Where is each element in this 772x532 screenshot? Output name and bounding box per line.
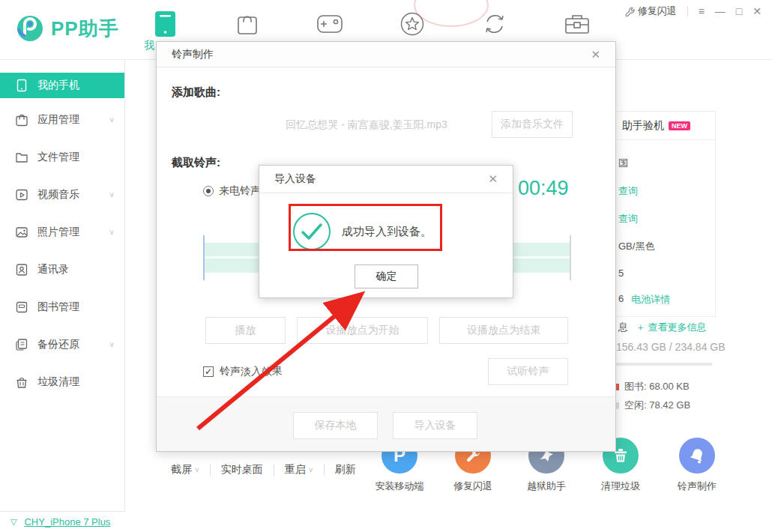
bag-icon <box>15 113 28 127</box>
call-ringtone-label: 来电铃声 <box>219 184 261 198</box>
new-badge: NEW <box>669 121 690 130</box>
fade-in-checkbox-row[interactable]: ✓ 铃声淡入效果 <box>203 365 283 378</box>
app-logo-text: PP助手 <box>51 16 119 42</box>
play-button[interactable]: 播放 <box>205 317 286 344</box>
sidebar-item-my-phone[interactable]: 我的手机 <box>0 73 124 98</box>
add-music-file-button[interactable]: 添加音乐文件 <box>492 111 573 138</box>
ringtone-duration: 00:49 <box>518 177 569 200</box>
tab-app-store[interactable] <box>234 10 261 37</box>
device-info-panel: 助手验机 NEW 国 查询 查询 GB/黑色 5 6 电池详情 息 ＋ 查看更多… <box>616 111 716 317</box>
sidebar-item-app-manage[interactable]: 应用管理 ˅ <box>0 104 124 136</box>
minimize-button[interactable]: — <box>715 5 726 17</box>
play-video-icon <box>15 188 28 202</box>
start-marker[interactable] <box>203 235 205 280</box>
song-name: 回忆总想哭 - 南宫嘉骏,姜玉阳.mp3 <box>247 118 486 132</box>
sidebar-item-file-manage[interactable]: 文件管理 <box>0 142 124 173</box>
live-desktop-label: 实时桌面 <box>221 463 263 477</box>
storage-legend-books: 图书: 68.00 KB <box>616 380 751 393</box>
reboot-label: 重启 <box>285 463 306 477</box>
sidebar-item-label: 照片管理 <box>37 226 79 239</box>
import-dialog-title: 导入设备 <box>274 172 316 186</box>
titlebar-separator <box>687 6 688 16</box>
chevron-down-icon[interactable]: ˅ <box>109 116 114 124</box>
menu-button[interactable]: ≡ <box>699 5 705 17</box>
phone-icon <box>15 79 28 92</box>
photo-icon <box>15 226 28 239</box>
tab-games[interactable] <box>316 10 343 37</box>
device-name-link[interactable]: CHY_iPhone 7 Plus <box>24 516 110 528</box>
sidebar-item-label: 图书管理 <box>37 300 79 314</box>
import-dialog-titlebar: 导入设备 ✕ <box>259 166 513 193</box>
verify-phone-title: 助手验机 <box>622 119 664 133</box>
tool-label: 清理垃圾 <box>585 480 657 493</box>
tool-label: 修复闪退 <box>437 480 509 493</box>
chevron-down-icon[interactable]: ˅ <box>109 191 114 199</box>
preview-ringtone-button[interactable]: 试听铃声 <box>488 358 568 385</box>
maximize-button[interactable]: □ <box>736 5 742 17</box>
query-link[interactable]: 查询 <box>618 184 638 198</box>
import-device-dialog: 导入设备 ✕ 成功导入到设备。 确定 <box>259 165 513 298</box>
fade-in-label: 铃声淡入效果 <box>220 365 283 378</box>
info-fragment: 6 <box>618 293 624 306</box>
battery-detail-link[interactable]: 电池详情 <box>631 293 670 306</box>
sidebar-item-label: 备份还原 <box>37 338 79 351</box>
ok-button[interactable]: 确定 <box>355 265 418 288</box>
more-info-link[interactable]: ＋ 查看更多信息 <box>636 321 707 334</box>
sidebar-item-video-music[interactable]: 视频音乐 ˅ <box>0 179 124 211</box>
chevron-down-icon[interactable]: ▽ <box>10 517 16 527</box>
toolbox-icon <box>564 13 590 34</box>
reboot-button[interactable]: 重启 ˅ <box>274 463 324 477</box>
close-icon[interactable]: ✕ <box>488 172 498 186</box>
close-icon[interactable]: ✕ <box>591 48 600 61</box>
screenshot-button[interactable]: 截屏 ˅ <box>171 463 210 477</box>
tool-ringtone-maker[interactable]: 铃声制作 <box>661 438 733 493</box>
screenshot-label: 截屏 <box>171 463 192 477</box>
sidebar-item-label: 视频音乐 <box>37 188 79 202</box>
info-fragment: 5 <box>618 267 624 279</box>
fix-crash-shortcut[interactable]: 修复闪退 <box>625 4 677 18</box>
sidebar-item-label: 文件管理 <box>37 151 79 164</box>
sidebar-item-label: 通讯录 <box>37 263 69 276</box>
tool-label: 越狱助手 <box>510 480 582 493</box>
folder-icon <box>15 151 28 164</box>
query-link[interactable]: 查询 <box>618 212 638 226</box>
chevron-down-icon[interactable]: ˅ <box>109 229 114 237</box>
set-start-button[interactable]: 设播放点为开始 <box>297 317 428 344</box>
bag-icon <box>237 13 258 35</box>
tab-my-device[interactable] <box>151 10 178 37</box>
tab-toolbox[interactable] <box>564 10 591 37</box>
backup-icon <box>15 338 28 351</box>
legend-label: 图书: 68.00 KB <box>624 380 690 393</box>
refresh-button[interactable]: 刷新 <box>325 463 367 477</box>
close-window-button[interactable]: ✕ <box>753 5 762 17</box>
app-logo: PP助手 <box>15 13 119 43</box>
info-fragment: 息 <box>618 321 628 334</box>
pp-logo-icon <box>15 13 45 43</box>
chevron-down-icon[interactable]: ˅ <box>109 341 114 349</box>
save-local-button[interactable]: 保存本地 <box>293 412 378 439</box>
checkbox-checked-icon[interactable]: ✓ <box>203 366 214 377</box>
info-fragment: GB/黑色 <box>618 240 654 253</box>
storage-total: 156.43 GB / 234.84 GB <box>616 341 766 353</box>
end-marker[interactable] <box>570 235 571 280</box>
set-end-button[interactable]: 设播放点为结束 <box>439 317 568 344</box>
chevron-down-icon: ˅ <box>309 466 313 474</box>
cut-ringtone-label: 截取铃声: <box>172 156 220 170</box>
sidebar-item-junk-clean[interactable]: 垃圾清理 <box>0 366 124 398</box>
sidebar-item-book-manage[interactable]: 图书管理 <box>0 291 124 323</box>
wrench-icon <box>625 7 635 16</box>
call-ringtone-radio[interactable]: 来电铃声 <box>203 184 261 198</box>
sidebar-item-backup-restore[interactable]: 备份还原 ˅ <box>0 329 124 360</box>
active-tab-label-fragment: 我 <box>144 39 154 52</box>
device-action-bar: 截屏 ˅ 实时桌面 重启 ˅ 刷新 <box>171 463 367 477</box>
sidebar-item-contacts[interactable]: 通讯录 <box>0 254 124 285</box>
tab-refresh[interactable] <box>481 10 508 37</box>
gamepad-icon <box>317 15 343 33</box>
tool-label: 安装移动端 <box>364 480 435 493</box>
success-check-icon <box>292 212 331 251</box>
sidebar-item-photo-manage[interactable]: 照片管理 ˅ <box>0 217 124 248</box>
bell-icon <box>679 438 715 474</box>
legend-label: 空闲: 78.42 GB <box>624 399 690 412</box>
import-to-device-button[interactable]: 导入设备 <box>393 412 477 439</box>
live-desktop-button[interactable]: 实时桌面 <box>211 463 274 477</box>
